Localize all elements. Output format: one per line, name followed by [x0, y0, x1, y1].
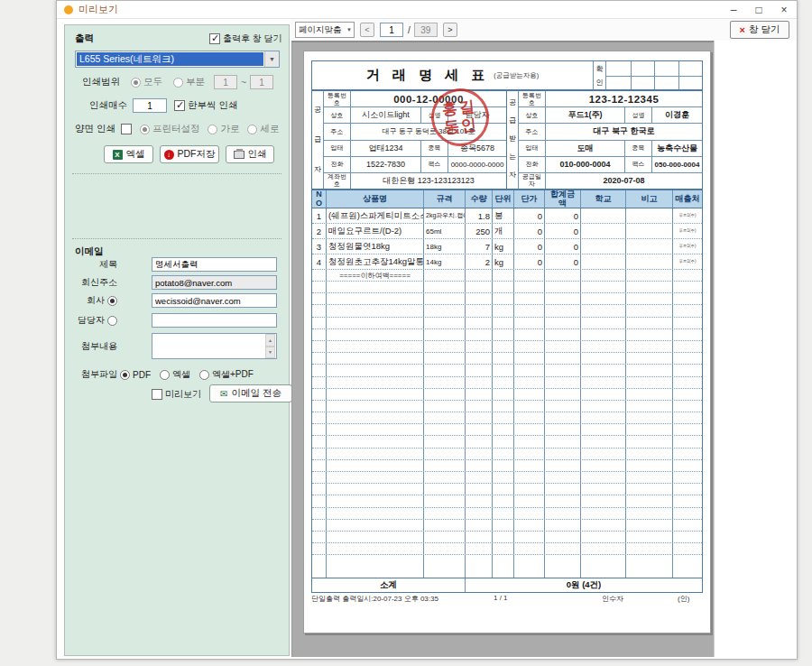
attach-excel-radio[interactable]	[160, 370, 170, 380]
app-icon	[64, 5, 73, 14]
item-amount: 0	[545, 224, 581, 238]
separator	[72, 238, 281, 239]
range-all-label: 모두	[143, 76, 162, 88]
email-preview-label: 미리보기	[165, 388, 201, 401]
close-after-print-checkbox[interactable]	[209, 33, 220, 44]
tel-label: 전화	[519, 157, 546, 172]
col-qty: 수량	[466, 190, 493, 208]
excel-button[interactable]: X 엑셀	[104, 145, 153, 163]
range-to-input[interactable]	[250, 75, 273, 89]
duplex-label: 양면 인쇄	[75, 123, 115, 135]
company-radio[interactable]	[107, 296, 117, 306]
item-school	[581, 239, 626, 254]
empty-row	[312, 532, 702, 543]
supplier-role: 공급자	[312, 91, 324, 189]
minimize-button[interactable]: –	[721, 1, 746, 18]
prev-page-button[interactable]: <	[360, 23, 374, 37]
item-price: 0	[514, 208, 545, 223]
item-note	[626, 208, 673, 223]
empty-row	[312, 365, 702, 376]
range-all-radio[interactable]	[131, 78, 141, 88]
manager-radio[interactable]	[107, 316, 117, 326]
zoom-mode-select[interactable]: 페이지맞춤 ▼	[295, 22, 355, 38]
item-spec: 65ml	[424, 224, 466, 238]
reply-address-input[interactable]	[152, 275, 277, 290]
copies-input[interactable]	[133, 98, 167, 113]
supplier-name: 시소이드light	[351, 107, 421, 123]
subtotal-value: 0원 (4건)	[466, 578, 702, 592]
pdf-button-label: PDF저장	[178, 148, 216, 161]
excel-icon: X	[113, 150, 123, 160]
item-outlet: 푸드1(주)	[673, 239, 702, 254]
page-number-input[interactable]	[380, 23, 403, 37]
range-part-radio[interactable]	[173, 78, 183, 88]
excel-button-label: 엑셀	[126, 148, 145, 161]
item-unit: kg	[493, 254, 514, 269]
range-from-input[interactable]	[214, 75, 237, 89]
duplex-landscape-label: 가로	[220, 123, 239, 135]
titlebar[interactable]: 미리보기 – □ ×	[57, 1, 797, 19]
col-no: NO	[312, 190, 327, 208]
scroll-up-icon[interactable]: ▲	[265, 334, 275, 347]
print-button[interactable]: 인쇄	[226, 145, 274, 163]
email-preview-checkbox[interactable]	[152, 389, 162, 400]
col-amount: 합계금액	[545, 190, 581, 208]
printer-select[interactable]: L655 Series(네트워크) ▼	[75, 51, 280, 68]
scrollbar[interactable]: ▲▼	[265, 334, 275, 358]
company-email-input[interactable]	[152, 293, 277, 308]
item-price: 0	[514, 239, 545, 254]
pdf-icon: ↓	[164, 150, 174, 160]
window-title: 미리보기	[78, 3, 118, 16]
maximize-button[interactable]: □	[746, 1, 771, 18]
subject-input[interactable]	[152, 257, 277, 272]
close-preview-button[interactable]: × 창 닫기	[730, 21, 789, 39]
supply-date-label: 공급일자	[519, 173, 546, 189]
item-name: (쉐프원)스파게티미트소스	[327, 208, 424, 223]
duplex-landscape-radio[interactable]	[208, 125, 217, 134]
manager-email-input[interactable]	[152, 313, 277, 328]
item-qty: 1.8	[466, 208, 493, 223]
attach-excel-pdf-radio[interactable]	[199, 370, 209, 380]
footer-page-count: 1 / 1	[494, 594, 508, 602]
fax-label: 팩스	[625, 157, 652, 172]
next-page-button[interactable]: >	[443, 23, 457, 37]
chevron-down-icon[interactable]: ▼	[346, 27, 354, 32]
mail-icon: ✉	[220, 389, 227, 399]
col-note: 비고	[626, 190, 673, 208]
item-qty: 250	[466, 224, 493, 238]
empty-row	[312, 543, 702, 555]
preview-area[interactable]: 거 래 명 세 표 (공급받는자용) 확인 공급자 등록번호000-12-000…	[291, 41, 714, 657]
item-no: 3	[312, 239, 327, 254]
send-email-button[interactable]: ✉ 이메일 전송	[209, 384, 292, 402]
chevron-down-icon[interactable]: ▼	[264, 51, 279, 67]
empty-row	[312, 449, 702, 460]
scroll-down-icon[interactable]: ▼	[265, 347, 275, 359]
buyer-name: 푸드1(주)	[546, 107, 625, 123]
duplex-printer-radio[interactable]	[140, 125, 150, 134]
pdf-save-button[interactable]: ↓ PDF저장	[160, 145, 219, 163]
attach-body-label: 첨부내용	[65, 340, 117, 353]
item-outlet: 푸드1(주)	[673, 208, 702, 223]
item-spec: 14kg	[424, 254, 466, 269]
addr-label: 주소	[519, 124, 546, 139]
attach-body-textarea[interactable]	[152, 333, 277, 359]
range-part-label: 부분	[186, 76, 205, 88]
empty-rows	[312, 282, 702, 555]
table-row: 4 청정원초고추장14kg말통 14kg 2 kg 0 0 푸드1(주)	[312, 254, 702, 270]
supplier-tel: 1522-7830	[351, 157, 421, 172]
duplex-checkbox[interactable]	[121, 124, 132, 134]
item-name: 청정원물엿18kg	[327, 239, 424, 254]
item-unit: 봉	[493, 208, 514, 223]
biz-type-label: 업태	[519, 141, 546, 156]
col-school: 학교	[581, 190, 626, 208]
buyer-biz-item: 농축수산물	[652, 141, 702, 156]
item-name: 매일요구르트/(D-2)	[327, 224, 424, 238]
manager-label: 담당자	[65, 314, 105, 327]
attach-pdf-radio[interactable]	[120, 370, 130, 380]
empty-row	[312, 484, 702, 495]
duplex-portrait-radio[interactable]	[247, 125, 257, 134]
supplier-biz-type: 업태1234	[351, 141, 421, 156]
close-window-button[interactable]: ×	[771, 1, 797, 18]
attach-pdf-label: PDF	[133, 370, 151, 380]
collate-checkbox[interactable]	[174, 100, 185, 111]
